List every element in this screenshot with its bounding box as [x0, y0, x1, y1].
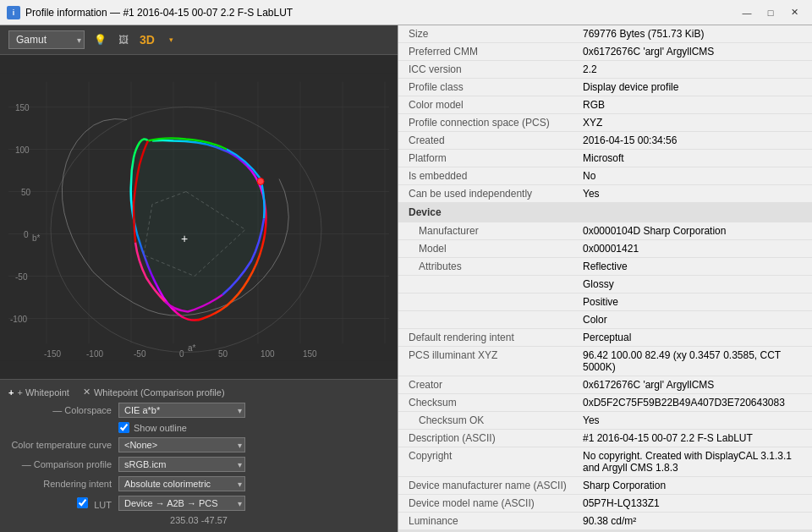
info-label: Device model name (ASCII) [398, 495, 576, 513]
svg-text:0: 0 [179, 349, 184, 359]
svg-text:100: 100 [15, 145, 30, 155]
comparison-select[interactable]: sRGB.icm [118, 457, 245, 472]
rendering-intent-row: Rendering intent Absolute colorimetric [8, 476, 389, 491]
table-row: Color [398, 311, 812, 329]
color-temp-label: Color temperature curve [8, 440, 118, 450]
show-outline-label[interactable]: Show outline [134, 423, 187, 433]
info-value: Reflective [576, 258, 812, 276]
main-container: Gamut 💡 🖼 3D ▾ [0, 25, 812, 532]
rendering-intent-label: Rendering intent [8, 479, 118, 489]
lut-select[interactable]: Device → A2B → PCS [118, 496, 245, 511]
info-value: 2.2 [576, 61, 812, 79]
info-label [398, 293, 576, 311]
whitepoint-label: + Whitepoint [17, 387, 69, 398]
info-value: No copyright. Created with DisplayCAL 3.… [576, 447, 812, 477]
info-value: 0x0000104D Sharp Corporation [576, 222, 812, 240]
svg-text:a*: a* [188, 343, 196, 353]
chart-area: 150 100 50 0 -50 -100 -150 -100 -50 0 50… [0, 55, 398, 379]
color-temp-select-wrapper[interactable]: <None> [118, 437, 245, 452]
3d-dropdown-icon[interactable]: ▾ [162, 31, 179, 48]
table-row: PCS illuminant XYZ96.42 100.00 82.49 (xy… [398, 347, 812, 376]
info-value: Glossy [576, 276, 812, 293]
table-row: Profile connection space (PCS)XYZ [398, 114, 812, 132]
whitepoint-cross-icon: ✕ [83, 387, 91, 398]
image-icon[interactable]: 🖼 [115, 31, 132, 48]
svg-text:100: 100 [261, 349, 275, 359]
table-row: PlatformMicrosoft [398, 150, 812, 167]
info-label: Description (ASCII) [398, 430, 576, 447]
color-temp-select[interactable]: <None> [118, 437, 245, 452]
rendering-select[interactable]: Absolute colorimetric [118, 476, 245, 491]
color-temp-row: Color temperature curve <None> [8, 437, 389, 452]
table-row: Preferred CMM0x6172676C 'argl' ArgyllCMS [398, 43, 812, 61]
info-label: Checksum OK [398, 412, 576, 430]
svg-text:0: 0 [24, 230, 29, 239]
lut-checkbox[interactable] [77, 497, 88, 508]
info-label: Can be used independently [398, 185, 576, 203]
info-value: 2016-04-15 00:34:56 [576, 132, 812, 150]
colorspace-select-wrapper[interactable]: CIE a*b* [118, 403, 245, 418]
title-bar: i Profile information — #1 2016-04-15 00… [0, 0, 812, 25]
info-label: Default rendering intent [398, 329, 576, 347]
info-label [398, 276, 576, 293]
gamut-select-wrapper[interactable]: Gamut [8, 30, 85, 49]
rendering-select-wrapper[interactable]: Absolute colorimetric [118, 476, 245, 491]
info-label: Checksum [398, 394, 576, 412]
colorspace-select[interactable]: CIE a*b* [118, 403, 245, 418]
info-value: 0x00001421 [576, 240, 812, 258]
table-row: CopyrightNo copyright. Created with Disp… [398, 447, 812, 477]
info-label: Profile class [398, 79, 576, 96]
gamut-chart: 150 100 50 0 -50 -100 -150 -100 -50 0 50… [0, 55, 398, 379]
info-label: PCS illuminant XYZ [398, 347, 576, 376]
whitepoint-comparison-label: Whitepoint (Comparison profile) [94, 387, 225, 398]
svg-text:-150: -150 [44, 349, 61, 359]
3d-icon[interactable]: 3D [139, 31, 156, 48]
comparison-profile-row: — Comparison profile sRGB.icm [8, 457, 389, 472]
show-outline-checkbox[interactable] [118, 422, 129, 433]
app-icon: i [7, 6, 20, 19]
coordinates-row: 235.03 -47.57 [8, 515, 389, 525]
svg-text:b*: b* [32, 233, 41, 243]
svg-text:-50: -50 [134, 349, 146, 359]
info-label: Color model [398, 96, 576, 114]
info-value: RGB [576, 96, 812, 114]
info-label: Luminance [398, 513, 576, 530]
comparison-select-wrapper[interactable]: sRGB.icm [118, 457, 245, 472]
table-row: Device [398, 203, 812, 222]
info-value: Display device profile [576, 79, 812, 96]
table-row: Luminance90.38 cd/m² [398, 513, 812, 530]
left-panel: Gamut 💡 🖼 3D ▾ [0, 25, 398, 532]
maximize-button[interactable]: □ [760, 4, 782, 21]
table-row: Manufacturer0x0000104D Sharp Corporation [398, 222, 812, 240]
table-row: Default rendering intentPerceptual [398, 329, 812, 347]
table-row: Is embeddedNo [398, 167, 812, 185]
window-controls[interactable]: — □ ✕ [736, 4, 805, 21]
toolbar: Gamut 💡 🖼 3D ▾ [0, 25, 398, 55]
svg-text:150: 150 [303, 349, 317, 359]
close-button[interactable]: ✕ [783, 4, 805, 21]
whitepoint-row: + + Whitepoint ✕ Whitepoint (Comparison … [8, 387, 389, 398]
table-row: Glossy [398, 276, 812, 293]
info-table: Size769776 Bytes (751.73 KiB)Preferred C… [398, 25, 812, 532]
bulb-icon[interactable]: 💡 [91, 31, 108, 48]
lut-select-wrapper[interactable]: Device → A2B → PCS [118, 496, 245, 511]
svg-text:-100: -100 [86, 349, 103, 359]
lut-label-area: LUT [8, 497, 118, 510]
info-value: 05P7H-LQ133Z1 [576, 495, 812, 513]
info-label: Manufacturer [398, 222, 576, 240]
info-label: ICC version [398, 61, 576, 79]
whitepoint-comparison-item: ✕ Whitepoint (Comparison profile) [83, 387, 225, 398]
table-row: Checksum OKYes [398, 412, 812, 430]
info-value: 90.38 cd/m² [576, 513, 812, 530]
minimize-button[interactable]: — [736, 4, 758, 21]
table-row: Description (ASCII)#1 2016-04-15 00-07 2… [398, 430, 812, 447]
table-row: Created2016-04-15 00:34:56 [398, 132, 812, 150]
info-value: Microsoft [576, 150, 812, 167]
gamut-select[interactable]: Gamut [8, 30, 85, 49]
lut-label[interactable]: LUT [94, 500, 112, 510]
lut-row: LUT Device → A2B → PCS [8, 496, 389, 511]
table-row: Checksum0xD5F2C75F59B22B49A407D3E7206430… [398, 394, 812, 412]
right-panel: Size769776 Bytes (751.73 KiB)Preferred C… [398, 25, 812, 532]
table-row: Device manufacturer name (ASCII)Sharp Co… [398, 477, 812, 495]
info-label: Size [398, 25, 576, 43]
